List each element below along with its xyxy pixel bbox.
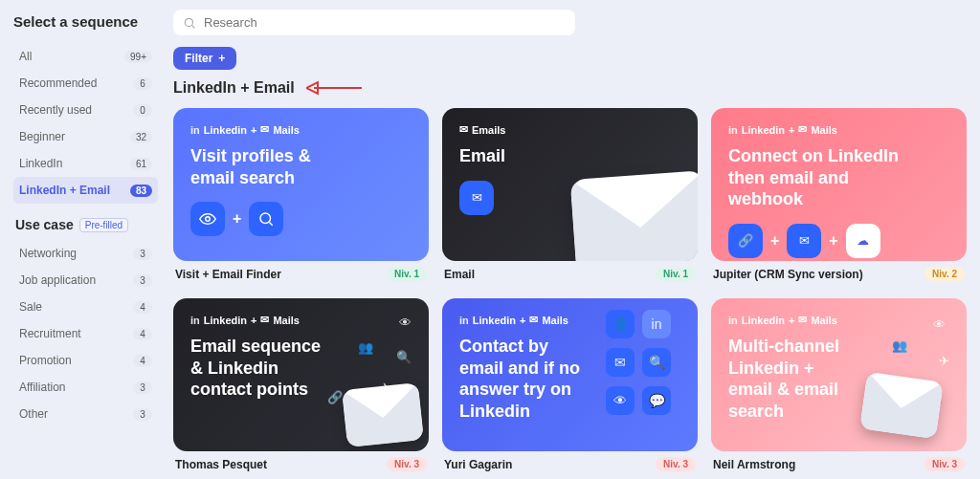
filter-button-label: Filter [185, 52, 212, 65]
annotation-arrow-icon [306, 79, 364, 97]
prefilled-badge: Pre-filled [79, 218, 128, 232]
card-visit-email-finder[interactable]: in Linkedin + ✉ Mails Visit profiles & e… [173, 108, 429, 285]
mail-icon: ✉ [798, 123, 807, 136]
search-box[interactable] [173, 10, 575, 35]
card-tags: in Linkedin + ✉ Mails [190, 123, 412, 136]
tag-linkedin: Linkedin [204, 124, 247, 136]
svg-point-5 [260, 213, 271, 224]
mail-chip-icon: ✉ [787, 224, 821, 258]
tag-mails: Mails [273, 315, 300, 326]
card-tags: ✉ Emails [459, 123, 680, 136]
card-jupiter[interactable]: in Linkedin + ✉ Mails Connect on LinkedI… [711, 108, 967, 285]
link-icon: 🔗 [327, 390, 343, 404]
filter-beginner[interactable]: Beginner 32 [13, 123, 158, 150]
card-footer: Email Niv. 1 [442, 267, 698, 285]
filter-count: 6 [133, 77, 152, 90]
filter-label: Beginner [19, 130, 65, 143]
card-footer: Neil Armstrong Niv. 3 [711, 457, 967, 475]
card-chip-row: + [190, 202, 412, 236]
filter-count: 61 [130, 158, 152, 170]
mail-icon: ✉ [529, 314, 538, 326]
card-yuri-gagarin[interactable]: in Linkedin + ✉ Mails Contact by email a… [442, 298, 698, 475]
cards-grid: in Linkedin + ✉ Mails Visit profiles & e… [173, 108, 967, 475]
usecase-label: Sale [19, 300, 42, 314]
card-name: Thomas Pesquet [175, 458, 267, 471]
card-name: Visit + Email Finder [175, 268, 281, 281]
card-tags: in Linkedin + ✉ Mails [190, 314, 412, 326]
filter-label: LinkedIn [19, 157, 62, 170]
filter-recommended[interactable]: Recommended 6 [13, 70, 158, 97]
tag-linkedin: Linkedin [742, 124, 785, 136]
card-body: ✉ Emails Email ✉ [442, 108, 698, 261]
svg-line-6 [270, 222, 273, 225]
mail-icon: ✉ [798, 314, 807, 326]
card-footer: Visit + Email Finder Niv. 1 [173, 267, 429, 285]
card-title: Contact by email and if no answer try on… [459, 336, 592, 422]
usecase-label: Other [19, 407, 48, 421]
card-body: in Linkedin + ✉ Mails Contact by email a… [442, 298, 698, 451]
mail-icon: ✉ [260, 314, 269, 326]
usecase-count: 3 [133, 408, 152, 421]
envelope-icon [570, 170, 698, 261]
svg-point-4 [206, 217, 211, 222]
linkedin-in-icon: in [642, 310, 671, 338]
card-title: Email sequence & Linkedin contact points [190, 336, 323, 401]
usecase-count: 4 [133, 328, 152, 340]
filter-all[interactable]: All 99+ [13, 43, 158, 70]
card-neil-armstrong[interactable]: in Linkedin + ✉ Mails Multi-channel Link… [711, 298, 967, 475]
svg-point-0 [185, 18, 192, 26]
linkedin-in-icon: in [190, 315, 200, 326]
card-thomas-pesquet[interactable]: in Linkedin + ✉ Mails Email sequence & L… [173, 298, 429, 475]
users-icon: 👥 [892, 338, 907, 353]
filter-count: 99+ [124, 51, 152, 63]
card-title: Multi-channel Linkedin + email & email s… [728, 336, 861, 422]
filter-linkedin[interactable]: LinkedIn 61 [13, 150, 158, 177]
usecase-title: Use case [15, 217, 74, 232]
chat-icon: 💬 [642, 386, 671, 415]
svg-line-1 [192, 25, 195, 28]
tag-plus: + [251, 315, 256, 326]
filter-count: 83 [130, 185, 152, 197]
plus-icon: + [233, 210, 241, 228]
paper-plane-icon: ✈ [939, 354, 949, 368]
usecase-other[interactable]: Other 3 [13, 401, 158, 427]
usecase-job-application[interactable]: Job application 3 [13, 267, 158, 294]
envelope-icon [342, 382, 424, 447]
eye-icon: 👁 [606, 386, 635, 415]
usecase-header: Use case Pre-filled [15, 217, 158, 232]
card-tags: in Linkedin + ✉ Mails [728, 123, 949, 136]
card-chip-row: 🔗 + ✉ + ☁ [728, 224, 949, 258]
mail-icon: ✉ [260, 123, 269, 136]
filter-linkedin-email[interactable]: LinkedIn + Email 83 [13, 177, 158, 204]
card-footer: Thomas Pesquet Niv. 3 [173, 457, 429, 475]
filter-button[interactable]: Filter + [173, 47, 236, 70]
tag-mails: Mails [273, 124, 300, 136]
mail-chip-icon: ✉ [606, 348, 635, 377]
filter-label: LinkedIn + Email [19, 184, 110, 197]
card-name: Neil Armstrong [713, 458, 795, 471]
card-body: in Linkedin + ✉ Mails Email sequence & L… [173, 298, 429, 451]
tag-linkedin: Linkedin [473, 315, 516, 326]
search-input[interactable] [204, 15, 566, 30]
usecase-count: 4 [133, 301, 152, 314]
usecase-sale[interactable]: Sale 4 [13, 294, 158, 320]
usecase-promotion[interactable]: Promotion 4 [13, 347, 158, 374]
card-body: in Linkedin + ✉ Mails Visit profiles & e… [173, 108, 429, 261]
filter-label: All [19, 50, 32, 63]
filter-recently-used[interactable]: Recently used 0 [13, 97, 158, 123]
tag-plus: + [251, 124, 256, 136]
magnifier-icon [249, 202, 283, 236]
card-email[interactable]: ✉ Emails Email ✉ Email Niv. 1 [442, 108, 698, 285]
usecase-affiliation[interactable]: Affiliation 3 [13, 374, 158, 401]
card-name: Jupiter (CRM Sync version) [713, 268, 863, 281]
usecase-count: 3 [133, 248, 152, 260]
sidebar-title: Select a sequence [13, 13, 158, 30]
search-icon [183, 16, 196, 30]
card-title: Connect on LinkedIn then email and webho… [728, 145, 927, 210]
usecase-label: Recruitment [19, 327, 81, 340]
usecase-recruitment[interactable]: Recruitment 4 [13, 320, 158, 347]
tag-emails: Emails [472, 124, 505, 136]
filter-label: Recently used [19, 103, 92, 117]
usecase-networking[interactable]: Networking 3 [13, 240, 158, 267]
filter-count: 32 [130, 131, 152, 143]
